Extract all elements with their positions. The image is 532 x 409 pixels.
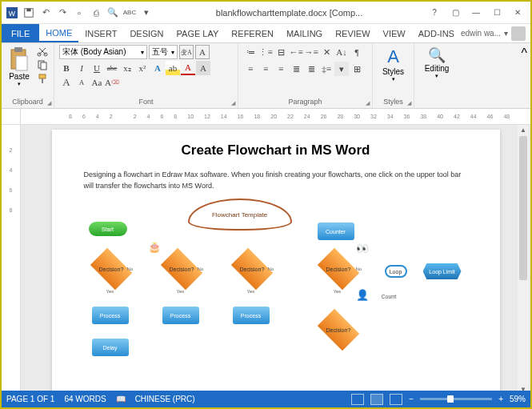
clear-formatting-button[interactable]: A⌫: [105, 75, 119, 90]
user-account[interactable]: edwin wa... ▾: [461, 24, 530, 42]
line-spacing-button[interactable]: ‡≡: [319, 62, 334, 76]
group-label: Clipboard: [6, 97, 49, 106]
flowchart-process: Process: [162, 307, 199, 324]
show-marks-button[interactable]: ¶: [350, 45, 364, 59]
label-yes: Yes: [334, 289, 342, 294]
flowchart-delay: Delay: [92, 339, 129, 356]
zoom-slider[interactable]: [420, 398, 492, 400]
ribbon-group-clipboard: Paste ▾ Clipboard ◢: [2, 43, 54, 108]
multilevel-list-button[interactable]: ⊟: [274, 45, 288, 59]
asian-layout-button[interactable]: ✕: [319, 45, 334, 59]
word-icon[interactable]: W: [5, 6, 19, 20]
collapse-ribbon-button[interactable]: ^: [518, 43, 530, 108]
bold-button[interactable]: B: [59, 61, 74, 75]
sort-button[interactable]: A↓: [334, 45, 349, 59]
status-language[interactable]: CHINESE (PRC): [135, 395, 195, 403]
person-icon: 👤: [356, 289, 369, 302]
scroll-thumb[interactable]: [519, 136, 527, 280]
character-shading-button[interactable]: A: [196, 61, 210, 75]
ribbon: Paste ▾ Clipboard ◢ 宋体 (Body Asian) ▾ 五号…: [2, 43, 530, 109]
cut-button[interactable]: [35, 45, 50, 58]
close-button[interactable]: ✕: [508, 5, 527, 21]
format-painter-button[interactable]: [35, 72, 50, 85]
paste-button[interactable]: Paste ▾: [6, 45, 32, 89]
increase-indent-button[interactable]: →≡: [304, 45, 318, 59]
font-name-combo[interactable]: 宋体 (Body Asian) ▾: [59, 45, 147, 59]
subscript-button[interactable]: x₂: [120, 61, 134, 75]
phonetic-guide-button[interactable]: 变A: [179, 45, 194, 59]
underline-button[interactable]: U: [90, 61, 104, 75]
align-right-button[interactable]: ≡: [274, 62, 288, 76]
italic-button[interactable]: I: [74, 61, 89, 75]
grow-font-button[interactable]: A: [59, 75, 74, 90]
text-effects-button[interactable]: A: [150, 61, 165, 75]
paste-icon: [8, 46, 30, 72]
tab-insert[interactable]: INSERT: [78, 24, 123, 42]
tab-design[interactable]: DESIGN: [123, 24, 170, 42]
undo-icon[interactable]: ↶: [38, 6, 53, 20]
read-mode-button[interactable]: [351, 394, 364, 405]
copy-button[interactable]: [35, 58, 50, 71]
zoom-in-button[interactable]: +: [498, 395, 503, 403]
bullets-button[interactable]: ≔: [243, 45, 258, 59]
document-page[interactable]: Create Flowchart in MS Word Designing a …: [52, 130, 500, 399]
character-border-button[interactable]: A: [195, 45, 210, 59]
status-word-count[interactable]: 64 WORDS: [64, 395, 106, 403]
change-case-button[interactable]: Aa: [90, 75, 104, 90]
font-size-combo[interactable]: 五号▾: [149, 45, 178, 59]
spellcheck-icon[interactable]: ABC: [122, 6, 137, 20]
tab-page-layout[interactable]: PAGE LAY: [170, 24, 226, 42]
styles-button[interactable]: A Styles ▾: [378, 45, 409, 82]
help-button[interactable]: ?: [425, 5, 444, 21]
scroll-up-icon[interactable]: ▲: [518, 125, 528, 134]
shading-button[interactable]: ▾: [334, 62, 349, 76]
tab-mailing[interactable]: MAILING: [280, 24, 329, 42]
dialog-launcher-icon[interactable]: ◢: [229, 99, 237, 107]
tab-view[interactable]: VIEW: [377, 24, 412, 42]
vertical-scrollbar[interactable]: ▲ ▼: [518, 125, 529, 394]
horizontal-ruler[interactable]: 8642246810121416182022242628303234363840…: [2, 109, 530, 125]
save-icon[interactable]: [22, 6, 36, 20]
dialog-launcher-icon[interactable]: ◢: [405, 99, 413, 107]
zoom-level[interactable]: 59%: [510, 395, 526, 403]
font-color-button[interactable]: A: [181, 61, 195, 75]
status-spellcheck-icon[interactable]: 📖: [116, 395, 126, 403]
editing-button[interactable]: 🔍 Editing ▾: [419, 45, 454, 79]
svg-rect-3: [26, 8, 30, 11]
qa-dropdown-icon[interactable]: ▾: [139, 6, 154, 20]
distributed-button[interactable]: ≣: [304, 62, 318, 76]
label-yes: Yes: [106, 289, 114, 294]
web-layout-button[interactable]: [390, 394, 402, 405]
flowchart-decision: Decision?: [90, 248, 131, 290]
shrink-font-button[interactable]: A: [74, 75, 89, 90]
ruler-corner: [2, 109, 21, 124]
justify-button[interactable]: ≣: [289, 62, 303, 76]
print-icon[interactable]: ⎙: [89, 6, 103, 20]
new-icon[interactable]: ▫: [72, 6, 86, 20]
align-left-button[interactable]: ≡: [243, 62, 258, 76]
print-layout-button[interactable]: [370, 394, 383, 405]
maximize-button[interactable]: ☐: [487, 5, 506, 21]
numbering-button[interactable]: ⋮≡: [258, 45, 273, 59]
tab-references[interactable]: REFEREN: [225, 24, 280, 42]
minimize-button[interactable]: —: [466, 5, 486, 21]
redo-icon[interactable]: ↷: [55, 6, 70, 20]
status-page[interactable]: PAGE 1 OF 1: [6, 395, 54, 403]
titlebar: W ↶ ↷ ▫ ⎙ 🔍 ABC ▾ blankflowcharttemplate…: [2, 2, 530, 24]
tab-home[interactable]: HOME: [39, 24, 78, 42]
decrease-indent-button[interactable]: ←≡: [289, 45, 303, 59]
zoom-out-button[interactable]: −: [409, 395, 414, 403]
align-center-button[interactable]: ≡: [258, 62, 273, 76]
dialog-launcher-icon[interactable]: ◢: [45, 99, 53, 107]
vertical-ruler[interactable]: 2468: [2, 125, 21, 394]
tab-addins[interactable]: ADD-INS: [412, 24, 461, 42]
preview-icon[interactable]: 🔍: [106, 6, 120, 20]
superscript-button[interactable]: x²: [135, 61, 150, 75]
file-tab[interactable]: FILE: [2, 24, 39, 42]
borders-button[interactable]: ⊞: [350, 62, 364, 76]
highlight-button[interactable]: ab: [166, 61, 180, 75]
ribbon-options-icon[interactable]: ▢: [446, 5, 465, 21]
strikethrough-button[interactable]: abc: [105, 61, 119, 75]
tab-review[interactable]: REVIEW: [329, 24, 376, 42]
dialog-launcher-icon[interactable]: ◢: [363, 99, 371, 107]
